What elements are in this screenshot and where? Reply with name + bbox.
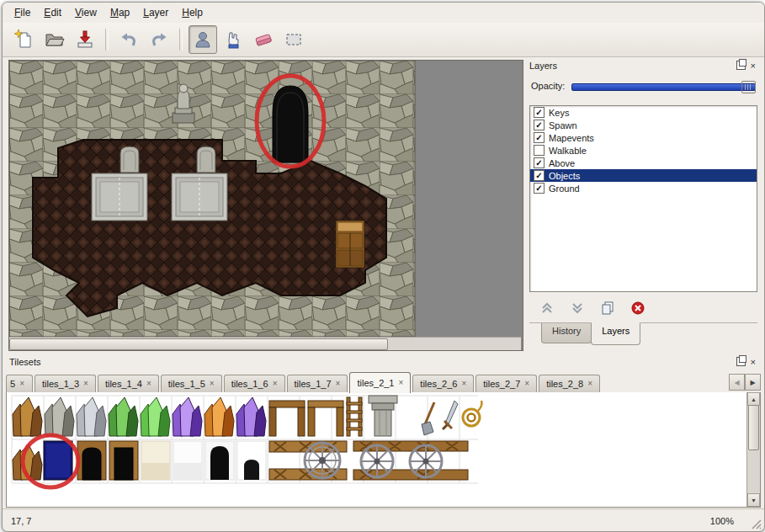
menubar: File Edit View Map Layer Help <box>3 3 764 23</box>
layers-panel-title: Layers <box>529 61 736 71</box>
layer-row-spawn[interactable]: ✓ Spawn <box>530 119 757 131</box>
white-tile[interactable] <box>173 441 202 480</box>
hscroll-thumb[interactable] <box>9 338 388 350</box>
layers-panel-tabs: History Layers <box>529 322 757 347</box>
layer-checkbox[interactable]: ✓ <box>534 170 545 181</box>
tab-close-icon[interactable]: × <box>524 380 529 388</box>
eraser-tool-button[interactable] <box>249 25 278 54</box>
save-file-button[interactable] <box>71 25 99 54</box>
opacity-slider[interactable] <box>571 80 756 92</box>
select-tool-button[interactable] <box>279 25 308 54</box>
scroll-up-arrow[interactable]: ▲ <box>747 392 760 406</box>
layer-checkbox[interactable]: ✓ <box>534 120 545 130</box>
tileset-tab-1[interactable]: tiles_1_3 × <box>35 375 96 392</box>
float-panel-icon[interactable] <box>736 61 746 70</box>
wood-door-dark-tile[interactable] <box>109 441 138 480</box>
opacity-handle[interactable] <box>741 81 756 93</box>
wood-door-dark-tile[interactable] <box>77 441 106 480</box>
brush-tool-button[interactable] <box>219 25 247 54</box>
layer-checkbox[interactable]: ✓ <box>534 107 545 118</box>
layer-checkbox[interactable]: ✓ <box>534 145 545 156</box>
tileset-tab-label: tiles_1_4 <box>105 379 142 389</box>
tab-close-icon[interactable]: × <box>146 380 151 388</box>
tileset-view[interactable]: ▲ ▼ <box>6 392 761 508</box>
tileset-art[interactable] <box>7 392 746 505</box>
tab-close-icon[interactable]: × <box>19 380 24 388</box>
scroll-tabs-right-button[interactable]: ▶ <box>745 374 761 391</box>
tileset-tab-label: tiles_1_7 <box>295 379 332 389</box>
tileset-vertical-scrollbar[interactable]: ▲ ▼ <box>746 392 760 507</box>
layer-checkbox[interactable]: ✓ <box>534 132 545 143</box>
vscroll-thumb[interactable] <box>748 405 759 450</box>
tileset-tab-2[interactable]: tiles_1_4 × <box>98 375 159 392</box>
tab-close-icon[interactable]: × <box>587 380 592 388</box>
menu-file[interactable]: File <box>8 4 37 21</box>
tileset-tab-3[interactable]: tiles_1_5 × <box>161 375 222 392</box>
tileset-tab-9[interactable]: tiles_2_8 × <box>539 375 600 392</box>
layer-checkbox[interactable]: ✓ <box>534 183 545 194</box>
layer-row-objects[interactable]: ✓ Objects <box>530 169 757 182</box>
tileset-tabs: 5 × tiles_1_3 × tiles_1_4 × tiles_1_5 × … <box>6 370 761 393</box>
layer-checkbox[interactable]: ✓ <box>534 157 545 168</box>
wheel-tile[interactable] <box>410 445 442 477</box>
selected-navy-tile[interactable] <box>44 441 72 480</box>
layer-buttons-bar <box>529 297 757 319</box>
delete-layer-button[interactable] <box>627 299 649 317</box>
menu-layer[interactable]: Layer <box>136 4 175 21</box>
tileset-tab-0[interactable]: 5 × <box>6 375 33 392</box>
map-horizontal-scrollbar[interactable] <box>9 337 521 350</box>
tab-close-icon[interactable]: × <box>83 380 88 388</box>
undo-button[interactable] <box>114 25 143 54</box>
map-art[interactable] <box>9 61 521 337</box>
resize-grip[interactable] <box>751 519 762 529</box>
menu-map[interactable]: Map <box>104 4 136 21</box>
layer-list: ✓ Keys ✓ Spawn ✓ Mapevents ✓ Walkable ✓ … <box>529 105 757 292</box>
tileset-tab-8[interactable]: tiles_2_7 × <box>475 375 537 392</box>
lower-layer-button[interactable] <box>566 299 588 317</box>
layer-row-walkable[interactable]: ✓ Walkable <box>530 144 757 157</box>
close-panel-icon[interactable]: × <box>749 358 757 366</box>
tab-layers[interactable]: Layers <box>591 322 640 345</box>
check-icon: ✓ <box>535 134 542 141</box>
new-file-button[interactable] <box>10 25 39 54</box>
tileset-tab-label: tiles_1_3 <box>42 379 79 389</box>
tileset-tab-6[interactable]: tiles_2_1 × <box>349 372 411 393</box>
scroll-down-arrow[interactable]: ▼ <box>747 493 760 507</box>
tab-close-icon[interactable]: × <box>210 380 215 388</box>
redo-button[interactable] <box>145 25 173 54</box>
map-editor-window: File Edit View Map Layer Help <box>2 2 765 532</box>
eraser-icon <box>253 29 274 50</box>
layer-row-ground[interactable]: ✓ Ground <box>530 182 757 194</box>
open-file-button[interactable] <box>40 25 69 54</box>
wheel-tile[interactable] <box>305 443 340 478</box>
open-folder-icon <box>45 29 65 50</box>
close-panel-icon[interactable]: × <box>749 61 757 70</box>
tileset-tab-7[interactable]: tiles_2_6 × <box>412 375 474 392</box>
new-file-icon <box>14 29 35 50</box>
small-arch-tile[interactable] <box>237 441 266 480</box>
crypt-platform <box>172 173 227 221</box>
menu-edit[interactable]: Edit <box>37 4 68 21</box>
dark-arch-tile[interactable] <box>205 441 234 480</box>
layer-row-above[interactable]: ✓ Above <box>530 157 757 169</box>
float-panel-icon[interactable] <box>736 357 746 366</box>
menu-help[interactable]: Help <box>175 4 210 21</box>
layer-row-mapevents[interactable]: ✓ Mapevents <box>530 131 757 144</box>
tileset-tab-4[interactable]: tiles_1_6 × <box>224 375 285 392</box>
menu-view[interactable]: View <box>68 4 104 21</box>
raise-layer-button[interactable] <box>536 299 558 317</box>
tab-close-icon[interactable]: × <box>461 380 466 388</box>
cream-tile[interactable] <box>141 441 170 480</box>
tab-history[interactable]: History <box>541 323 592 343</box>
tab-close-icon[interactable]: × <box>336 380 341 388</box>
map-canvas[interactable] <box>8 60 523 351</box>
tileset-tab-5[interactable]: tiles_1_7 × <box>287 375 348 392</box>
wheel-tile[interactable] <box>361 445 393 477</box>
stamp-tool-button[interactable] <box>189 25 217 54</box>
scroll-tabs-left-button[interactable]: ◀ <box>729 374 745 391</box>
tab-close-icon[interactable]: × <box>273 380 278 388</box>
duplicate-layer-button[interactable] <box>597 299 619 317</box>
toolbar-separator <box>105 29 109 51</box>
layer-row-keys[interactable]: ✓ Keys <box>530 106 757 119</box>
tab-close-icon[interactable]: × <box>399 379 404 387</box>
